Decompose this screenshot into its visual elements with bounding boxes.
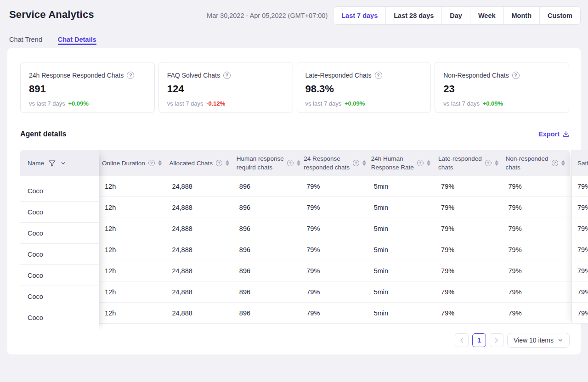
table-row[interactable]: 12h24,88889679%5min79%79%	[20, 176, 570, 197]
chevron-down-icon[interactable]	[60, 160, 66, 166]
satisfaction-column-header[interactable]: Satis	[572, 150, 588, 176]
agent-name-cell[interactable]: Coco	[20, 244, 99, 265]
table-row[interactable]: 12h24,88889679%5min79%79%	[20, 281, 570, 303]
table-column-header[interactable]: 24h Human Response Rate	[368, 150, 435, 176]
table-cell: 12h	[99, 176, 166, 197]
table-row[interactable]: 12h24,88889679%5min79%79%	[20, 218, 570, 239]
table-cell: 5min	[368, 197, 435, 218]
section-heading: Agent details	[20, 130, 66, 138]
page-number-button[interactable]: 1	[472, 333, 486, 347]
table-column-header[interactable]: 24 Response responded chats	[300, 150, 368, 176]
table-column-header[interactable]: Online Duration	[99, 150, 166, 176]
help-icon[interactable]	[127, 72, 134, 79]
table-cell: 79%	[300, 281, 368, 302]
tab-chat-trend[interactable]: Chat Trend	[9, 36, 42, 45]
stat-card-title: 24h Response Responded Chats	[29, 72, 146, 79]
satisfaction-cell: 79%	[572, 218, 588, 239]
delta-value: -0.12%	[206, 100, 225, 107]
table-cell: 79%	[300, 239, 368, 260]
date-range-button[interactable]: Day	[441, 7, 470, 24]
previous-page-button[interactable]	[455, 333, 469, 347]
tab-bar: Chat Trend Chat Details	[0, 25, 588, 45]
export-button[interactable]: Export	[538, 130, 570, 138]
help-icon[interactable]	[417, 160, 424, 166]
table-cell: 79%	[435, 281, 502, 302]
table-cell: 896	[233, 260, 300, 281]
agent-name-cell[interactable]: Coco	[20, 265, 99, 286]
sort-icon[interactable]	[561, 160, 565, 166]
table-cell: 79%	[503, 218, 570, 239]
sort-icon[interactable]	[226, 160, 229, 166]
date-range-button[interactable]: Last 7 days	[334, 7, 385, 24]
help-icon[interactable]	[216, 160, 222, 166]
delta-value: +0.09%	[345, 100, 365, 107]
table-cell: 896	[233, 176, 300, 197]
satisfaction-cell: 79%	[572, 303, 588, 324]
stat-card: Late-Responded Chats 98.3% vs last 7 day…	[297, 62, 431, 113]
table-cell: 79%	[435, 176, 502, 197]
table-cell: 79%	[503, 176, 570, 197]
content-panel: 24h Response Responded Chats 891 vs last…	[7, 48, 581, 354]
table-column-header[interactable]: Late-responded chats	[435, 150, 502, 176]
filter-icon[interactable]	[48, 159, 56, 167]
sort-icon[interactable]	[158, 160, 162, 166]
agent-name-cell[interactable]: Coco	[20, 223, 99, 244]
help-icon[interactable]	[287, 160, 294, 166]
table-cell: 79%	[300, 303, 368, 323]
help-icon[interactable]	[485, 160, 492, 166]
table-column-header[interactable]: Human response requird chats	[233, 150, 300, 176]
help-icon[interactable]	[148, 160, 155, 166]
sort-icon[interactable]	[362, 160, 366, 166]
table-row[interactable]: 12h24,88889679%5min79%79%	[20, 260, 570, 281]
stat-card-value: 124	[167, 83, 284, 95]
stat-card-value: 98.3%	[305, 83, 423, 95]
date-range-button[interactable]: Week	[470, 7, 503, 24]
help-icon[interactable]	[512, 72, 520, 79]
agent-name-cell[interactable]: Coco	[20, 307, 99, 328]
service-analytics-page: Service Analytics Mar 30,2022 - Apr 05,2…	[0, 0, 588, 45]
help-icon[interactable]	[223, 72, 231, 79]
satisfaction-cell: 79%	[572, 197, 588, 218]
next-page-button[interactable]	[490, 333, 503, 347]
sort-icon[interactable]	[297, 160, 300, 166]
table-body: 12h24,88889679%5min79%79% 12h24,88889679…	[20, 176, 570, 324]
table-cell: 5min	[368, 303, 435, 323]
stat-card-comparison: vs last 7 days +0.09%	[443, 100, 560, 107]
table-cell: 79%	[300, 176, 368, 197]
page-header: Service Analytics Mar 30,2022 - Apr 05,2…	[0, 0, 588, 25]
table-cell: 5min	[368, 218, 435, 239]
sort-icon[interactable]	[495, 160, 498, 166]
stat-card-comparison: vs last 7 days -0.12%	[167, 100, 284, 107]
table-row[interactable]: 12h24,88889679%5min79%79%	[20, 303, 570, 324]
table-cell: 12h	[99, 281, 166, 302]
help-icon[interactable]	[552, 160, 558, 166]
table-row[interactable]: 12h24,88889679%5min79%79%	[20, 239, 570, 260]
help-icon[interactable]	[375, 72, 382, 79]
table-cell: 896	[233, 281, 300, 302]
table-cell: 12h	[99, 303, 166, 323]
agent-name-cell[interactable]: Coco	[20, 286, 99, 307]
page-size-select[interactable]: View 10 items	[507, 333, 570, 348]
table-row[interactable]: 12h24,88889679%5min79%79%	[20, 197, 570, 218]
stat-card-comparison: vs last 7 days +0.09%	[29, 100, 146, 107]
table-column-header[interactable]: Non-responded chats	[503, 150, 570, 176]
agent-name-cell[interactable]: Coco	[20, 180, 99, 202]
table-cell: 24,888	[166, 176, 233, 197]
tab-chat-details[interactable]: Chat Details	[58, 36, 96, 45]
table-cell: 24,888	[166, 218, 233, 239]
name-column-header[interactable]: Name	[20, 150, 99, 176]
sort-icon[interactable]	[427, 160, 430, 166]
agent-name-cell[interactable]: Coco	[20, 202, 99, 223]
table-cell: 12h	[99, 260, 166, 281]
delta-value: +0.09%	[483, 100, 503, 107]
table-cell: 79%	[435, 218, 502, 239]
table-cell: 24,888	[166, 281, 233, 302]
table-column-header[interactable]: Allocated Chats	[166, 150, 233, 176]
date-range-button[interactable]: Custom	[539, 7, 580, 24]
stat-card-value: 23	[443, 83, 560, 95]
satisfaction-cell: 79%	[572, 239, 588, 260]
help-icon[interactable]	[353, 160, 359, 166]
date-range-button[interactable]: Last 28 days	[385, 7, 441, 24]
stat-card: 24h Response Responded Chats 891 vs last…	[20, 62, 155, 113]
date-range-button[interactable]: Month	[503, 7, 539, 24]
